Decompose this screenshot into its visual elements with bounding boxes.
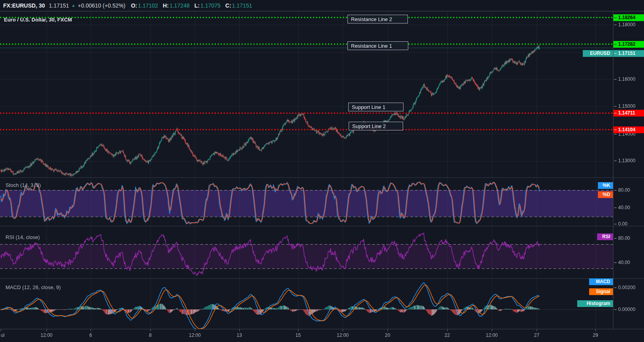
support-line-1-label[interactable]: Support Line 1 [348, 103, 403, 111]
axis-tick-dash [614, 288, 617, 288]
time-axis-label: 13 [237, 332, 242, 338]
axis-tick-dash [614, 309, 617, 310]
rsi-pane[interactable] [0, 226, 613, 278]
resistance-line-2-label[interactable]: Resistance Line 2 [347, 15, 408, 23]
axis-tick-dash [614, 224, 617, 224]
symbol-info-bar[interactable]: FX:EURUSD, 30 1.17151 +0.00610 (+0.52%) … [0, 0, 644, 11]
chart-window: FX:EURUSD, 30 1.17151 +0.00610 (+0.52%) … [0, 0, 644, 342]
axis-tick-dash [614, 106, 617, 107]
time-axis-label: 20 [385, 332, 390, 338]
price-axis-label: 80.00 [614, 235, 630, 241]
time-axis-label: 27 [534, 332, 539, 338]
axis-tick-dash [614, 134, 617, 134]
support-1-price-badge: 1.14711 [613, 110, 644, 117]
high-value: H: 1.17248 [163, 2, 190, 9]
close-value: C: 1.17151 [225, 2, 252, 9]
rsi-badge: RSI [597, 233, 613, 240]
axis-tick-dash [614, 53, 617, 54]
symbol-name[interactable]: FX:EURUSD, 30 [3, 2, 45, 9]
axis-tick-dash [614, 25, 617, 25]
axis-tick-dash [614, 79, 617, 80]
stoch-k-badge: %K [598, 182, 613, 189]
price-axis[interactable] [613, 11, 644, 329]
stoch-pane[interactable] [0, 177, 613, 226]
axis-tick-dash [614, 130, 617, 130]
axis-tick-dash [614, 44, 617, 45]
price-axis-label: 1.16000 [614, 76, 635, 82]
time-axis-label: 12:00 [337, 332, 349, 338]
close-label: C: [225, 2, 231, 9]
time-axis-label: ul [1, 332, 4, 338]
time-axis-label: 12:00 [41, 332, 52, 338]
price-axis-label: 1.13000 [614, 157, 635, 164]
time-axis-label: 15 [295, 332, 301, 338]
up-triangle-icon [72, 3, 76, 8]
last-price-badge: 1.17151 [613, 50, 644, 57]
price-axis-label: 0.00 [614, 221, 627, 227]
resistance-2-price-badge: 1.18264 [613, 14, 644, 21]
stoch-pane-title[interactable]: Stoch (14, 3, 3) [6, 182, 41, 188]
price-axis-label: 40.00 [614, 204, 630, 211]
price-axis-label: 0.00000 [614, 306, 635, 313]
price-axis-label: 40.00 [614, 259, 630, 266]
open-value: O: 1.17102 [131, 2, 158, 9]
price-axis-label: 80.00 [614, 187, 630, 193]
resistance-1-price-badge: 1.17282 [613, 41, 644, 48]
low-value: L: 1.17075 [194, 2, 221, 9]
stoch-d-badge: %D [598, 191, 613, 198]
time-axis-label: 8 [149, 332, 152, 338]
main-pane-title[interactable]: Euro / U.S. Dollar, 30, FXCM [4, 17, 72, 23]
time-axis-label: 12:00 [486, 332, 498, 338]
rsi-pane-title[interactable]: RSI (14, close) [6, 234, 40, 240]
price-change: +0.00610 (+0.52%) [78, 2, 126, 9]
time-axis-label: 29 [593, 332, 598, 338]
axis-tick-dash [614, 190, 617, 190]
time-axis-label: 22 [444, 332, 450, 338]
axis-tick-dash [614, 238, 617, 239]
macd-badge: MACD [589, 278, 613, 285]
macd-pane-title[interactable]: MACD (12, 26, close, 9) [6, 284, 61, 290]
price-axis-label: 1.18000 [614, 21, 635, 28]
last-price: 1.17151 [49, 2, 69, 9]
resistance-line-1-label[interactable]: Resistance Line 1 [347, 41, 408, 50]
axis-tick-dash [614, 208, 617, 208]
price-axis-label: 0.00200 [614, 284, 635, 291]
high-label: H: [163, 2, 169, 9]
signal-badge: Signal [589, 288, 613, 295]
time-axis-label: 12:00 [189, 332, 201, 338]
axis-tick-dash [614, 161, 617, 161]
time-axis-label: 6 [89, 332, 92, 338]
time-axis[interactable] [0, 329, 644, 342]
histogram-badge: Histogram [577, 300, 613, 307]
low-label: L: [194, 2, 200, 9]
macd-pane[interactable] [0, 278, 613, 329]
axis-tick-dash [614, 262, 617, 263]
main-pane[interactable] [0, 11, 613, 177]
open-label: O: [131, 2, 137, 9]
price-axis-label: 1.15000 [614, 103, 635, 109]
axis-tick-dash [614, 17, 617, 18]
ticker-badge: EURUSD [583, 50, 613, 57]
support-2-price-badge: 1.14104 [613, 126, 644, 133]
support-line-2-label[interactable]: Support Line 2 [349, 122, 403, 130]
axis-tick-dash [614, 113, 617, 113]
